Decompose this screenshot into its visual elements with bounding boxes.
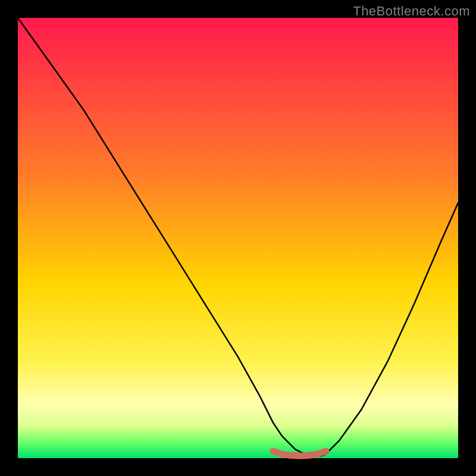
gradient-background	[18, 18, 458, 458]
chart-stage: TheBottleneck.com	[0, 0, 476, 476]
watermark-text: TheBottleneck.com	[353, 4, 470, 19]
bottleneck-chart	[0, 0, 476, 476]
